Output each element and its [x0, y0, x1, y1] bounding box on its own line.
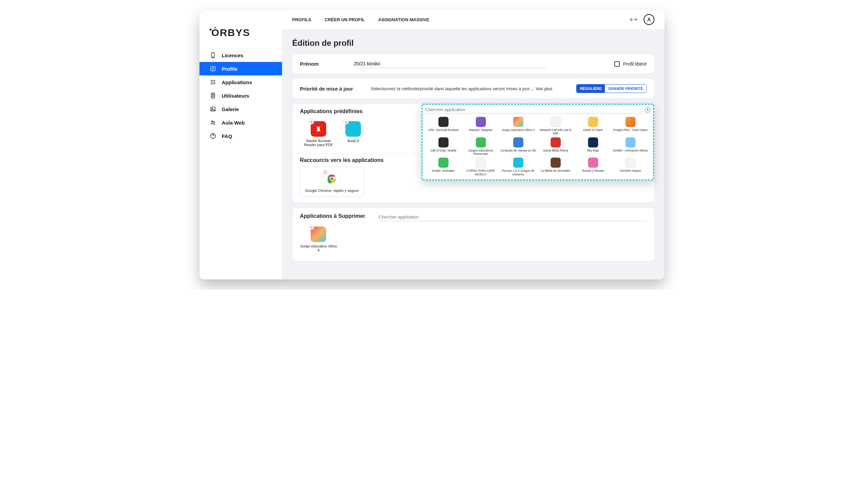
remove-badge-icon[interactable] [344, 119, 349, 125]
users-icon [209, 119, 216, 126]
app-icon [476, 158, 486, 168]
sidebar-item-licences[interactable]: Licences [200, 48, 282, 62]
delete-search-input[interactable] [379, 213, 647, 221]
name-input[interactable] [354, 60, 546, 68]
sidebar-item-label: Aula Web [222, 120, 245, 126]
dropdown-app-item[interactable]: Scribbl - Animación efecto [612, 137, 648, 156]
dropdown-app-item[interactable]: Network Cell Info Lite & Wifi [538, 117, 574, 135]
sidebar-item-utilisateurs[interactable]: Utilisateurs [200, 89, 282, 102]
checkbox-icon [614, 61, 620, 67]
sidebar-item-aula-web[interactable]: Aula Web [200, 116, 282, 129]
dropdown-app-item[interactable]: La Biblia de Jerusalén [538, 158, 574, 176]
priority-description: Sélectionnez la méthode/priorité dans la… [371, 86, 552, 91]
svg-point-17 [214, 122, 215, 123]
help-icon [209, 133, 216, 139]
app-label: Pocoyo 1,2,3 Juegos de números [500, 169, 536, 176]
see-more-link[interactable]: Voir plus [536, 86, 552, 91]
app-search-dropdown: + ARK: Survival EvolvedMaestro TangramJu… [422, 104, 654, 181]
app-label: Kinder: animales [432, 169, 455, 172]
dropdown-app-item[interactable]: Call of Duty: Mobile [425, 137, 461, 156]
app-icon [551, 137, 561, 147]
remove-badge-icon[interactable] [323, 169, 328, 175]
app-icon [551, 117, 561, 127]
app-icon [439, 117, 448, 127]
dropdown-app-item[interactable]: Sky Map [575, 137, 611, 156]
app-label: Sumas y Restas [582, 169, 604, 172]
dropdown-app-item[interactable]: Kinder: animales [425, 158, 461, 176]
remove-badge-icon[interactable] [309, 224, 314, 230]
language-selector[interactable]: fr [630, 17, 638, 22]
predefined-app-tile[interactable]: Adobe Acrobat Reader para PDF [300, 121, 337, 147]
tab-creer-profil[interactable]: CRÉER UN PROFIL [324, 17, 364, 22]
apps-grid-icon [209, 79, 216, 86]
dropdown-app-item[interactable]: Acrópolis de Atenas en 3D [500, 137, 536, 156]
svg-point-9 [211, 84, 212, 85]
app-search-input[interactable] [425, 106, 643, 113]
priority-regular-button[interactable]: RÉGULIÈRE [577, 85, 605, 93]
account-avatar[interactable] [644, 14, 655, 25]
app-label: Juegos educativos Preescolar [463, 149, 499, 156]
app-label: Sky Map [587, 149, 599, 152]
sidebar-item-galerie[interactable]: Galerie [200, 102, 282, 116]
svg-point-6 [211, 82, 212, 83]
dropdown-app-item[interactable]: Pocoyo 1,2,3 Juegos de números [500, 158, 536, 176]
acrobat-icon [311, 121, 326, 137]
dropdown-app-item[interactable]: Maestro Tangram [463, 117, 499, 135]
chevron-down-icon [634, 18, 638, 21]
svg-point-19 [213, 137, 213, 137]
priority-card: Priorité de mise à jour Sélectionnez la … [292, 78, 655, 99]
dropdown-app-item[interactable]: ARK: Survival Evolved [425, 117, 461, 135]
priority-high-button[interactable]: GRANDE PRIORITÉ [605, 85, 646, 93]
svg-point-16 [211, 121, 213, 122]
priority-label: Priorité de mise à jour [300, 86, 361, 91]
tab-profils[interactable]: PROFILS [292, 17, 311, 22]
remove-badge-icon[interactable] [309, 119, 314, 125]
sidebar-item-label: Utilisateurs [222, 93, 249, 99]
sidebar-item-label: Galerie [222, 107, 239, 112]
sidebar-item-label: Applications [222, 79, 252, 85]
tab-assignation-massive[interactable]: ASSIGNATION MASSIVE [379, 17, 429, 22]
svg-point-13 [212, 94, 214, 96]
add-app-button[interactable]: + [645, 107, 650, 112]
device-icon [209, 52, 216, 59]
dropdown-app-item[interactable]: Sumas y Restas [575, 158, 611, 176]
app-icon [476, 137, 486, 147]
sidebar-item-applications[interactable]: Applications [200, 75, 282, 89]
delete-apps-card: Applications à Supprimer Juego educativo… [292, 207, 655, 261]
app-icon [513, 137, 523, 147]
dropdown-app-item[interactable]: Santa Biblia Reina [538, 137, 574, 156]
shortcut-app-tile[interactable]: Google Chrome: rápido y seguro [305, 171, 359, 193]
sidebar-item-faq[interactable]: FAQ [200, 129, 282, 143]
app-label: Santa Biblia Reina [543, 149, 568, 152]
dropdown-app-item[interactable]: Clash of Clans [575, 117, 611, 135]
app-icon [625, 137, 636, 147]
app-icon [513, 117, 523, 127]
app-label: Network Cell Info Lite & Wifi [538, 128, 574, 135]
released-checkbox[interactable]: Profil libéré [614, 61, 647, 67]
app-label: Google Chrome: rápido y seguro [305, 188, 359, 193]
language-code: fr [630, 17, 633, 22]
app-label: CURSO PARA LEER MÚSICA [463, 169, 499, 176]
brand-logo: ÒRBYS [200, 20, 282, 48]
dropdown-app-item[interactable]: CURSO PARA LEER MÚSICA [463, 158, 499, 176]
user-badge-icon [209, 92, 216, 99]
app-icon [551, 158, 561, 168]
dropdown-app-item[interactable]: Juego educativo niños 4 [500, 117, 536, 135]
app-icon [588, 117, 598, 127]
dropdown-app-item[interactable]: Genshin Impact [612, 158, 648, 176]
app-icon [625, 117, 636, 127]
sidebar-item-profils[interactable]: Profils [200, 62, 282, 75]
app-label: Adobe Acrobat Reader para PDF [300, 139, 337, 147]
delete-app-tile[interactable]: Juego educativo niños 4 [300, 226, 337, 252]
app-label: Juego educativo niños 4 [502, 128, 535, 132]
app-icon [439, 158, 448, 168]
svg-point-20 [648, 18, 650, 20]
dropdown-grid[interactable]: ARK: Survival EvolvedMaestro TangramJueg… [425, 117, 650, 176]
page-title: Édition de profil [292, 38, 655, 48]
dropdown-app-item[interactable]: Juegos educativos Preescolar [463, 137, 499, 156]
shortcut-container: Google Chrome: rápido y seguro [300, 167, 364, 197]
app-icon [476, 117, 486, 127]
dropdown-app-item[interactable]: Tongits Plus - Card Game [612, 117, 648, 135]
svg-point-4 [213, 80, 214, 81]
predefined-app-tile[interactable]: AulaCli [343, 121, 363, 147]
